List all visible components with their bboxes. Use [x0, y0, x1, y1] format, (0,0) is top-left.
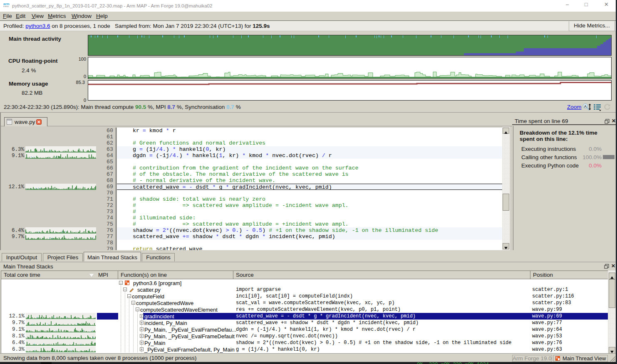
- svg-text:A: A: [584, 104, 587, 108]
